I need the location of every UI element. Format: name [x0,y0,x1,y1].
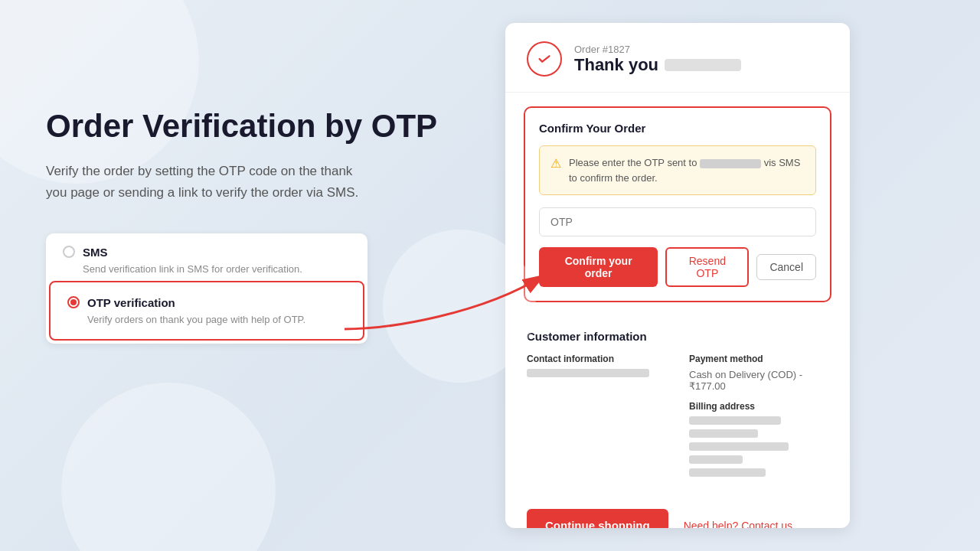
alert-text: Please enter the OTP sent to vis SMS to … [569,155,805,185]
option-otp-label: OTP verification [87,296,175,309]
thank-you-text: Thank you [574,55,741,75]
options-card: SMS Send verification link in SMS for or… [46,233,368,344]
thank-you-card: Order #1827 Thank you Confirm Your Order… [505,23,850,528]
radio-otp[interactable] [67,296,80,308]
payment-value: Cash on Delivery (COD) - ₹177.00 [689,369,828,392]
page-title: Order Verification by OTP [46,107,444,145]
left-panel: Order Verification by OTP Verify the ord… [0,0,490,551]
billing-line-2 [689,429,758,438]
otp-input[interactable] [539,207,816,236]
contact-column: Contact information [527,354,666,481]
option-sms-label: SMS [83,246,108,259]
customer-section: Customer information Contact information… [505,316,850,495]
page-subtitle: Verify the order by setting the OTP code… [46,161,368,202]
customer-columns: Contact information Payment method Cash … [527,354,828,481]
contact-label: Contact information [527,354,666,364]
confirm-actions: Confirm your order Resend OTP Cancel [539,247,816,287]
right-panel: Order #1827 Thank you Confirm Your Order… [490,0,865,551]
billing-line-4 [689,455,743,464]
card-footer: Continue shopping Need help? Contact us [505,495,850,528]
order-info: Order #1827 Thank you [574,44,741,75]
thank-you-header: Order #1827 Thank you [505,23,850,93]
customer-section-title: Customer information [527,330,828,343]
email-redacted [527,369,649,377]
cancel-button[interactable]: Cancel [756,254,816,280]
billing-line-5 [689,468,766,477]
option-otp[interactable]: OTP verification Verify orders on thank … [49,281,364,341]
option-otp-desc: Verify orders on thank you page with hel… [87,314,346,325]
order-number: Order #1827 [574,44,741,55]
otp-alert: ⚠ Please enter the OTP sent to vis SMS t… [539,145,816,195]
continue-shopping-button[interactable]: Continue shopping [527,509,668,528]
confirm-title: Confirm Your Order [539,122,816,135]
help-link[interactable]: Need help? Contact us [684,520,792,529]
confirm-order-button[interactable]: Confirm your order [539,247,658,287]
payment-label: Payment method [689,354,828,364]
option-sms-desc: Send verification link in SMS for order … [83,263,351,275]
option-sms[interactable]: SMS Send verification link in SMS for or… [46,233,368,281]
check-circle-icon [527,41,562,77]
warning-icon: ⚠ [550,156,561,171]
payment-column: Payment method Cash on Delivery (COD) - … [689,354,828,481]
radio-sms[interactable] [63,246,75,258]
resend-otp-button[interactable]: Resend OTP [665,247,749,287]
confirm-order-section: Confirm Your Order ⚠ Please enter the OT… [524,106,831,302]
customer-name-redacted [665,59,741,71]
billing-line-3 [689,442,789,451]
billing-label: Billing address [689,401,828,412]
billing-line-1 [689,416,781,425]
phone-redacted [700,159,761,168]
